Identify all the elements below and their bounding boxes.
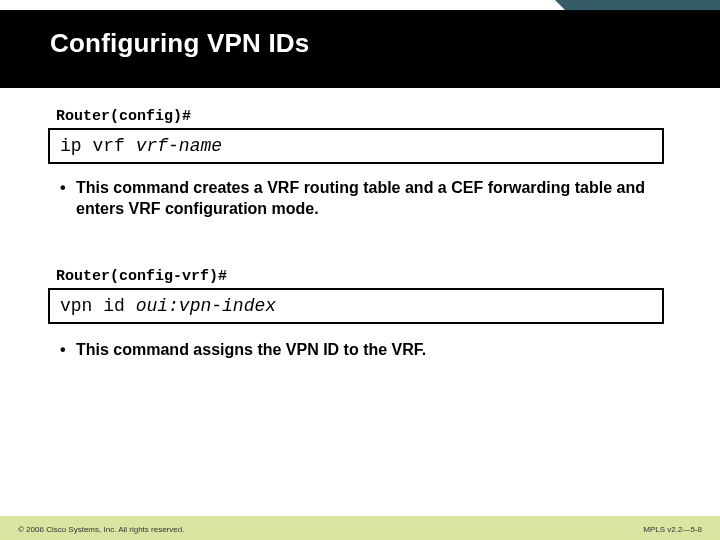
prompt-config-vrf: Router(config-vrf)# bbox=[56, 268, 227, 285]
command-text: vpn id bbox=[60, 296, 136, 316]
command-box-ip-vrf: ip vrf vrf-name bbox=[48, 128, 664, 164]
command-arg: vrf-name bbox=[136, 136, 222, 156]
command-text: ip vrf bbox=[60, 136, 136, 156]
title-bar: Configuring VPN IDs bbox=[0, 10, 720, 88]
footer-ref: MPLS v2.2—5-8 bbox=[643, 525, 702, 534]
footer-copyright: © 2006 Cisco Systems, Inc. All rights re… bbox=[18, 525, 184, 534]
description-block-1: This command creates a VRF routing table… bbox=[60, 178, 680, 220]
description-block-2: This command assigns the VPN ID to the V… bbox=[60, 340, 680, 361]
prompt-config: Router(config)# bbox=[56, 108, 191, 125]
slide: Configuring VPN IDs Router(config)# ip v… bbox=[0, 0, 720, 540]
command-box-vpn-id: vpn id oui:vpn-index bbox=[48, 288, 664, 324]
footer: © 2006 Cisco Systems, Inc. All rights re… bbox=[0, 516, 720, 540]
command-arg: oui:vpn-index bbox=[136, 296, 276, 316]
slide-title: Configuring VPN IDs bbox=[50, 28, 309, 59]
bullet-item: This command assigns the VPN ID to the V… bbox=[60, 340, 680, 361]
bullet-item: This command creates a VRF routing table… bbox=[60, 178, 680, 220]
